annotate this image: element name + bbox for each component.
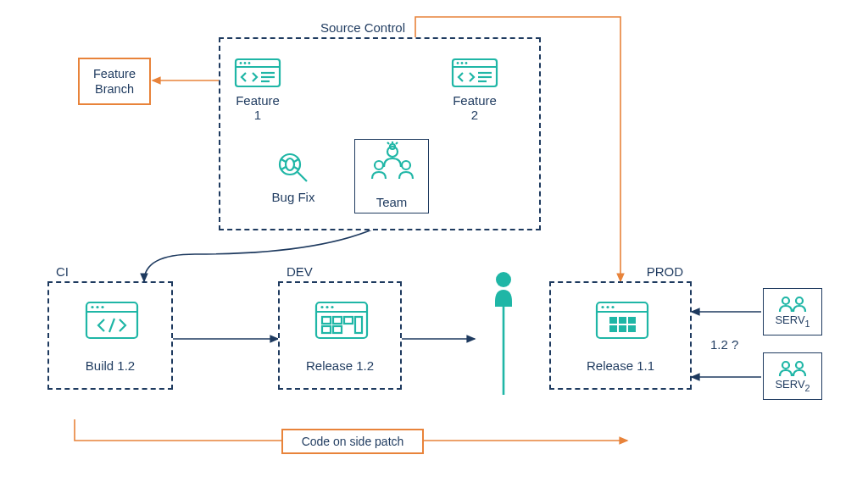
svg-point-45 (331, 306, 333, 308)
svg-line-29 (281, 167, 286, 169)
svg-point-66 (796, 297, 803, 304)
svg-point-32 (375, 161, 383, 169)
svg-point-20 (465, 62, 468, 64)
svg-point-19 (461, 62, 464, 64)
svg-point-11 (244, 62, 247, 64)
feature1-node: Feature 1 (231, 56, 285, 93)
svg-point-10 (240, 62, 242, 64)
svg-point-52 (496, 272, 511, 287)
users-icon (776, 295, 810, 313)
svg-point-67 (782, 362, 789, 369)
prod-label: Release 1.1 (551, 358, 690, 373)
svg-rect-61 (628, 317, 636, 324)
svg-rect-62 (609, 325, 617, 332)
serv1-box: SERV1 (763, 288, 822, 336)
feature-branch-box: Feature Branch (78, 58, 151, 105)
serv1-label: SERV1 (775, 313, 810, 329)
svg-point-65 (782, 297, 789, 304)
svg-point-38 (96, 306, 98, 308)
bugfix-label: Bug Fix (268, 190, 319, 204)
svg-rect-63 (619, 325, 626, 332)
svg-point-68 (796, 362, 803, 369)
team-label: Team (355, 195, 428, 209)
svg-point-58 (611, 306, 614, 308)
svg-rect-59 (609, 317, 617, 324)
svg-point-18 (457, 62, 459, 64)
source-control-box: Source Control Feature 1 Feature 2 (219, 37, 541, 230)
svg-point-33 (402, 161, 410, 169)
team-icon (355, 140, 430, 194)
feature2-label: Feature 2 (448, 93, 502, 122)
feature2-node: Feature 2 (448, 56, 502, 93)
version-question: 1.2 ? (710, 337, 738, 352)
svg-point-56 (601, 306, 604, 308)
code-window-icon (84, 298, 140, 342)
patch-label: Code on side patch (302, 435, 404, 448)
bug-icon (273, 149, 314, 186)
patch-box: Code on side patch (281, 429, 424, 454)
svg-point-26 (286, 158, 294, 170)
svg-line-30 (294, 167, 298, 169)
svg-point-24 (280, 154, 300, 175)
svg-point-57 (606, 306, 609, 308)
svg-point-43 (320, 306, 323, 308)
svg-line-40 (109, 319, 114, 332)
svg-rect-35 (86, 302, 137, 338)
ci-title: CI (56, 264, 69, 279)
code-window-icon (234, 56, 281, 90)
source-control-title: Source Control (320, 20, 405, 35)
feature1-label: Feature 1 (231, 93, 285, 122)
svg-point-44 (326, 306, 328, 308)
svg-point-31 (387, 147, 398, 157)
grid-window-icon (594, 298, 650, 342)
svg-rect-49 (322, 326, 331, 333)
svg-point-37 (91, 306, 93, 308)
serv2-label: SERV2 (775, 378, 810, 393)
serv2-box: SERV2 (763, 352, 822, 400)
code-window-icon (451, 56, 498, 90)
svg-line-28 (294, 159, 298, 162)
svg-line-25 (298, 172, 307, 181)
person-icon (488, 269, 519, 400)
users-icon (776, 359, 810, 378)
prod-title: PROD (647, 264, 683, 279)
svg-line-27 (281, 159, 286, 162)
dev-title: DEV (287, 264, 313, 279)
dev-box: DEV Release 1.2 (278, 281, 402, 390)
bugfix-node: Bug Fix (268, 149, 319, 190)
svg-rect-64 (628, 325, 636, 332)
dashboard-window-icon (314, 298, 370, 342)
svg-point-12 (248, 62, 251, 64)
svg-rect-46 (322, 317, 331, 324)
svg-rect-60 (619, 317, 626, 324)
ci-label: Build 1.2 (49, 358, 171, 373)
svg-rect-48 (344, 317, 353, 324)
ci-box: CI Build 1.2 (47, 281, 173, 390)
svg-point-39 (101, 306, 103, 308)
svg-rect-47 (333, 317, 342, 324)
feature-branch-label: Feature Branch (93, 66, 136, 97)
dev-label: Release 1.2 (280, 358, 400, 373)
team-box: Team (354, 139, 429, 214)
svg-rect-51 (355, 317, 362, 333)
svg-rect-50 (333, 326, 342, 333)
prod-box: PROD Release 1.1 (549, 281, 692, 390)
